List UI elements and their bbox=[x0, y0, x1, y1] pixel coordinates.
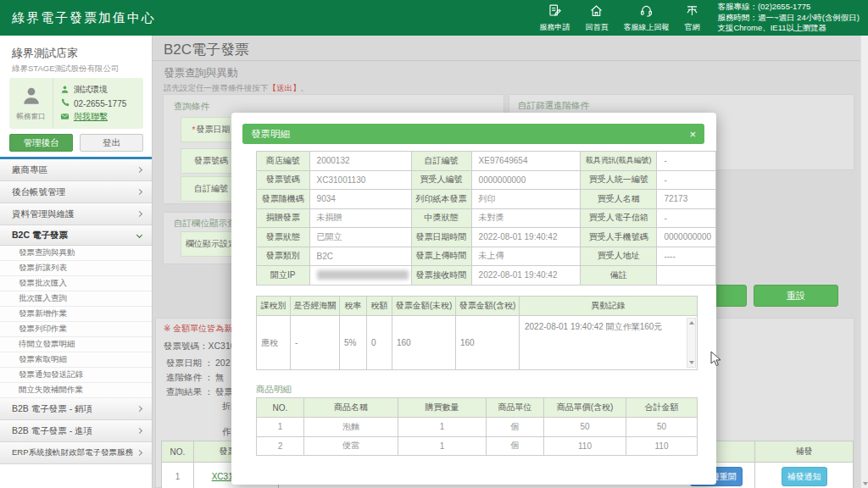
sidebar-subitem-pending-invoice[interactable]: 待開立發票明細 bbox=[0, 337, 152, 352]
nav-official-site[interactable]: 官網 bbox=[684, 3, 699, 33]
detail-label: 買受人手機號碼 bbox=[580, 228, 657, 247]
headset-icon bbox=[639, 3, 654, 21]
tax-col-incl: 發票金額(含稅) bbox=[456, 297, 520, 316]
summary-invoice-date-value: 202 bbox=[215, 358, 231, 368]
nav-label: 服務申請 bbox=[539, 22, 570, 33]
sidebar-item-b2b-purchase[interactable]: B2B 電子發票 - 進項 bbox=[0, 420, 152, 442]
nav-service-apply[interactable]: 服務申請 bbox=[539, 3, 570, 33]
sidebar-menu: 廠商專區 後台帳號管理 資料管理與維護 B2C 電子發票 發票查詢與異動 發票折… bbox=[0, 157, 152, 464]
detail-label: 發票號碼 bbox=[257, 170, 310, 190]
detail-value: - bbox=[657, 152, 716, 171]
amount-excl-tax: 160 bbox=[392, 316, 456, 370]
sidebar-item-erp-service[interactable]: ERP系統接軌財政部電子發票服務 bbox=[0, 442, 152, 464]
chevron-right-icon bbox=[136, 428, 142, 434]
row-no: 1 bbox=[162, 463, 194, 488]
sidebar-subitem-notify-log[interactable]: 發票通知發送記錄 bbox=[0, 368, 152, 383]
tax-type: 應稅 bbox=[257, 316, 291, 370]
chevron-right-icon bbox=[136, 211, 142, 217]
contact-us-link[interactable]: 與我聯繫 bbox=[74, 111, 108, 123]
section-title: 發票查詢與異動 bbox=[164, 66, 238, 80]
mail-icon bbox=[60, 112, 74, 123]
detail-value: 2000132 bbox=[309, 152, 411, 171]
reissue-notify-button[interactable]: 補發通知 bbox=[782, 467, 827, 486]
detail-label: 開立IP bbox=[257, 266, 310, 286]
detail-label: 列印紙本發票 bbox=[411, 190, 471, 209]
phone-icon bbox=[60, 98, 74, 109]
submit-hint-red: 【送出】 bbox=[269, 83, 301, 92]
sidebar-subitem-invoice-request[interactable]: 發票索取明細 bbox=[0, 352, 152, 368]
sidebar-item-b2b-sales[interactable]: B2B 電子發票 - 銷項 bbox=[0, 398, 152, 420]
sidebar-item-vendor-zone[interactable]: 廠商專區 bbox=[0, 159, 152, 181]
detail-label: 中獎狀態 bbox=[411, 208, 471, 228]
detail-value: 未捐贈 bbox=[309, 208, 411, 228]
summary-invoice-date-label: 發票日期 ： bbox=[166, 358, 213, 369]
tax-col-rate: 稅率 bbox=[340, 297, 367, 316]
nav-label: 官網 bbox=[684, 22, 699, 33]
detail-value: 72173 bbox=[657, 190, 716, 209]
admin-backend-button[interactable]: 管理後台 bbox=[9, 134, 73, 152]
detail-label: 發票上傳時間 bbox=[411, 247, 471, 266]
detail-label: 買受人名稱 bbox=[580, 190, 657, 209]
detail-value: 未對獎 bbox=[471, 208, 580, 228]
change-log-box: 2022-08-01 19:40:42 開立作業160元 bbox=[520, 316, 697, 369]
sidebar-subitem-fail-reissue[interactable]: 開立失敗補開作業 bbox=[0, 383, 152, 398]
sidebar-item-b2c-invoice[interactable]: B2C 電子發票 bbox=[0, 225, 152, 246]
detail-label: 買受人編號 bbox=[411, 170, 471, 190]
env-label: 測試環境 bbox=[74, 84, 108, 96]
tax-col-amount: 稅額 bbox=[367, 297, 392, 316]
ecpay-logo-icon bbox=[685, 3, 699, 21]
close-icon[interactable]: × bbox=[689, 129, 696, 140]
detail-value: XC31001130 bbox=[309, 170, 411, 190]
nav-home[interactable]: 回首頁 bbox=[585, 3, 608, 33]
person-icon bbox=[60, 85, 74, 96]
product-table: NO. 商品名稱 購買數量 商品單位 商品單價(含稅) 合計金額 1 泡麵 1 … bbox=[256, 397, 698, 456]
detail-label: 發票狀態 bbox=[257, 228, 310, 247]
detail-label: 發票日期時間 bbox=[411, 228, 471, 247]
log-scrollbar[interactable] bbox=[687, 318, 696, 368]
tax-col-log: 異動記錄 bbox=[520, 297, 698, 316]
sidebar-subitem-invoice-create[interactable]: 發票新增作業 bbox=[0, 307, 152, 322]
detail-value: ---- bbox=[657, 247, 716, 266]
detail-label: 買受人電子信箱 bbox=[580, 208, 657, 228]
sidebar-item-data-mgmt[interactable]: 資料管理與維護 bbox=[0, 203, 152, 225]
detail-value: 9034 bbox=[309, 190, 411, 209]
prod-col-no: NO. bbox=[257, 398, 304, 418]
product-row: 2 便當 1 個 110 110 bbox=[257, 436, 698, 456]
change-log-entry: 2022-08-01 19:40:42 開立作業160元 bbox=[525, 321, 682, 333]
page-scrollbar[interactable] bbox=[860, 36, 868, 488]
detail-value: 2022-08-01 19:40:42 bbox=[471, 266, 580, 286]
tax-rate: 5% bbox=[340, 316, 367, 370]
product-section-title: 商品明細 bbox=[256, 384, 292, 396]
nav-label: 客服線上回報 bbox=[623, 22, 669, 33]
detail-label: 買受人統一編號 bbox=[580, 170, 657, 190]
sidebar-subitem-batch-import-query[interactable]: 批次匯入查詢 bbox=[0, 291, 152, 307]
contact-phone: 02-2655-1775 bbox=[74, 99, 126, 108]
app-title: 綠界電子發票加值中心 bbox=[12, 10, 156, 26]
detail-value: 0000000000 bbox=[471, 170, 580, 190]
advanced-panel-title: 自訂篩選進階條件 bbox=[518, 100, 589, 112]
tax-col-excl: 發票金額(未稅) bbox=[392, 297, 456, 316]
tax-col-type: 課稅別 bbox=[257, 297, 291, 316]
logout-button[interactable]: 登出 bbox=[80, 134, 143, 152]
summary-result-label: 查詢結果 ： bbox=[166, 386, 213, 398]
detail-value bbox=[657, 266, 716, 286]
detail-value: 已開立 bbox=[309, 228, 411, 247]
invoice-detail-modal: 發票明細 × 商店編號 2000132 自訂編號 XE97649654 載具資訊… bbox=[231, 113, 716, 485]
detail-value-ip-redacted bbox=[309, 266, 411, 286]
sidebar-subitem-allowance-list[interactable]: 發票折讓列表 bbox=[0, 261, 152, 276]
scrollbar-down-arrow-icon[interactable] bbox=[863, 482, 868, 485]
scroll-down-icon[interactable] bbox=[689, 361, 694, 364]
reset-button[interactable]: 重設 bbox=[754, 285, 838, 307]
detail-label: 發票隨機碼 bbox=[257, 190, 310, 209]
nav-label: 回首頁 bbox=[585, 22, 608, 33]
sidebar-item-account-mgmt[interactable]: 後台帳號管理 bbox=[0, 181, 152, 203]
company-name: 綠界STAGE測試股份有限公司 bbox=[12, 64, 120, 75]
sidebar-subitem-batch-import[interactable]: 發票批次匯入 bbox=[0, 276, 152, 291]
sidebar-subitem-invoice-query[interactable]: 發票查詢與異動 bbox=[0, 246, 152, 261]
avatar-icon bbox=[20, 85, 42, 110]
detail-value: 2022-08-01 19:40:42 bbox=[471, 228, 580, 247]
nav-support-report[interactable]: 客服線上回報 bbox=[623, 3, 669, 33]
sidebar-subitem-invoice-print[interactable]: 發票列印作業 bbox=[0, 322, 152, 337]
home-icon bbox=[589, 3, 604, 21]
scroll-up-icon[interactable] bbox=[689, 321, 694, 324]
